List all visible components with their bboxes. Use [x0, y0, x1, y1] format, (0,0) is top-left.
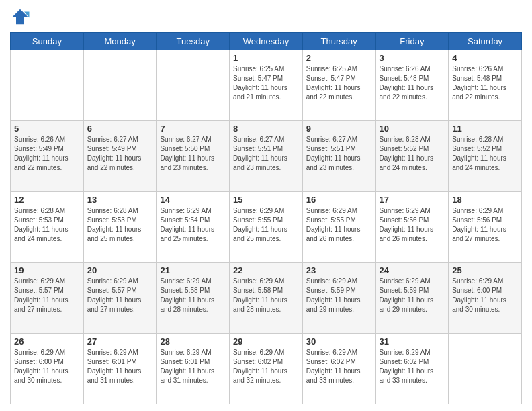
- day-number: 19: [14, 265, 80, 275]
- calendar-cell: 4Sunrise: 6:26 AM Sunset: 5:48 PM Daylig…: [449, 50, 522, 121]
- calendar-week-row: 12Sunrise: 6:28 AM Sunset: 5:53 PM Dayli…: [11, 191, 522, 262]
- day-info: Sunrise: 6:29 AM Sunset: 5:56 PM Dayligh…: [452, 206, 518, 244]
- day-info: Sunrise: 6:25 AM Sunset: 5:47 PM Dayligh…: [233, 64, 299, 102]
- day-info: Sunrise: 6:29 AM Sunset: 5:55 PM Dayligh…: [306, 206, 372, 244]
- day-number: 10: [380, 124, 445, 134]
- svg-marker-0: [13, 9, 28, 25]
- day-number: 2: [306, 53, 372, 63]
- day-info: Sunrise: 6:29 AM Sunset: 5:57 PM Dayligh…: [87, 277, 153, 314]
- calendar-cell: 31Sunrise: 6:29 AM Sunset: 6:02 PM Dayli…: [375, 333, 449, 404]
- weekday-header-thursday: Thursday: [302, 33, 375, 50]
- day-info: Sunrise: 6:29 AM Sunset: 5:57 PM Dayligh…: [14, 277, 80, 314]
- day-number: 8: [233, 124, 299, 134]
- day-number: 6: [87, 124, 153, 134]
- calendar-cell: 8Sunrise: 6:27 AM Sunset: 5:51 PM Daylig…: [230, 121, 303, 191]
- day-number: 22: [233, 265, 299, 275]
- calendar-week-row: 19Sunrise: 6:29 AM Sunset: 5:57 PM Dayli…: [11, 263, 522, 333]
- calendar-week-row: 26Sunrise: 6:29 AM Sunset: 6:00 PM Dayli…: [11, 333, 522, 404]
- calendar-cell: 30Sunrise: 6:29 AM Sunset: 6:02 PM Dayli…: [302, 333, 375, 404]
- day-info: Sunrise: 6:27 AM Sunset: 5:49 PM Dayligh…: [87, 135, 153, 173]
- calendar-table: SundayMondayTuesdayWednesdayThursdayFrid…: [10, 32, 522, 404]
- day-info: Sunrise: 6:29 AM Sunset: 6:02 PM Dayligh…: [233, 348, 299, 385]
- weekday-header-row: SundayMondayTuesdayWednesdayThursdayFrid…: [11, 33, 522, 50]
- day-info: Sunrise: 6:28 AM Sunset: 5:52 PM Dayligh…: [452, 135, 518, 173]
- calendar-cell: 25Sunrise: 6:29 AM Sunset: 6:00 PM Dayli…: [449, 263, 522, 333]
- day-number: 25: [452, 265, 518, 275]
- day-number: 18: [452, 195, 518, 205]
- calendar-cell: 18Sunrise: 6:29 AM Sunset: 5:56 PM Dayli…: [449, 191, 522, 262]
- calendar-cell: 14Sunrise: 6:29 AM Sunset: 5:54 PM Dayli…: [157, 191, 230, 262]
- calendar-cell: 2Sunrise: 6:25 AM Sunset: 5:47 PM Daylig…: [302, 50, 375, 121]
- weekday-header-saturday: Saturday: [449, 33, 522, 50]
- day-number: 28: [160, 336, 226, 347]
- calendar-cell: 28Sunrise: 6:29 AM Sunset: 6:01 PM Dayli…: [157, 333, 230, 404]
- day-info: Sunrise: 6:29 AM Sunset: 6:00 PM Dayligh…: [452, 277, 518, 314]
- day-number: 5: [14, 124, 80, 134]
- day-number: 9: [306, 124, 372, 134]
- day-info: Sunrise: 6:26 AM Sunset: 5:49 PM Dayligh…: [14, 135, 80, 173]
- day-info: Sunrise: 6:27 AM Sunset: 5:51 PM Dayligh…: [233, 135, 299, 173]
- calendar-cell: 23Sunrise: 6:29 AM Sunset: 5:59 PM Dayli…: [302, 263, 375, 333]
- calendar-week-row: 1Sunrise: 6:25 AM Sunset: 5:47 PM Daylig…: [11, 50, 522, 121]
- day-info: Sunrise: 6:29 AM Sunset: 6:01 PM Dayligh…: [160, 348, 226, 385]
- calendar-cell: 24Sunrise: 6:29 AM Sunset: 5:59 PM Dayli…: [375, 263, 449, 333]
- calendar-cell: 12Sunrise: 6:28 AM Sunset: 5:53 PM Dayli…: [11, 191, 84, 262]
- day-number: 30: [306, 336, 372, 347]
- day-number: 1: [233, 53, 299, 63]
- calendar-cell: 13Sunrise: 6:28 AM Sunset: 5:53 PM Dayli…: [83, 191, 157, 262]
- calendar-cell: 19Sunrise: 6:29 AM Sunset: 5:57 PM Dayli…: [11, 263, 84, 333]
- day-info: Sunrise: 6:29 AM Sunset: 6:00 PM Dayligh…: [14, 348, 80, 385]
- day-number: 24: [380, 265, 445, 275]
- day-info: Sunrise: 6:29 AM Sunset: 5:56 PM Dayligh…: [380, 206, 445, 244]
- calendar-cell: [11, 50, 84, 121]
- day-number: 16: [306, 195, 372, 205]
- calendar-cell: 1Sunrise: 6:25 AM Sunset: 5:47 PM Daylig…: [230, 50, 303, 121]
- day-number: 15: [233, 195, 299, 205]
- day-info: Sunrise: 6:29 AM Sunset: 5:59 PM Dayligh…: [380, 277, 445, 314]
- weekday-header-tuesday: Tuesday: [157, 33, 230, 50]
- day-info: Sunrise: 6:29 AM Sunset: 5:55 PM Dayligh…: [233, 206, 299, 244]
- calendar-cell: 9Sunrise: 6:27 AM Sunset: 5:51 PM Daylig…: [302, 121, 375, 191]
- day-number: 3: [380, 53, 445, 63]
- calendar-cell: [83, 50, 157, 121]
- calendar-cell: 21Sunrise: 6:29 AM Sunset: 5:58 PM Dayli…: [157, 263, 230, 333]
- calendar-cell: 22Sunrise: 6:29 AM Sunset: 5:58 PM Dayli…: [230, 263, 303, 333]
- calendar-cell: 6Sunrise: 6:27 AM Sunset: 5:49 PM Daylig…: [83, 121, 157, 191]
- calendar-page: SundayMondayTuesdayWednesdayThursdayFrid…: [0, 0, 532, 411]
- page-header: [10, 7, 522, 27]
- calendar-cell: [449, 333, 522, 404]
- calendar-cell: 17Sunrise: 6:29 AM Sunset: 5:56 PM Dayli…: [375, 191, 449, 262]
- day-number: 12: [14, 195, 80, 205]
- day-number: 27: [87, 336, 153, 347]
- day-info: Sunrise: 6:27 AM Sunset: 5:51 PM Dayligh…: [306, 135, 372, 173]
- day-number: 13: [87, 195, 153, 205]
- day-info: Sunrise: 6:28 AM Sunset: 5:53 PM Dayligh…: [14, 206, 80, 244]
- day-number: 17: [380, 195, 445, 205]
- calendar-week-row: 5Sunrise: 6:26 AM Sunset: 5:49 PM Daylig…: [11, 121, 522, 191]
- day-number: 14: [160, 195, 226, 205]
- calendar-cell: 5Sunrise: 6:26 AM Sunset: 5:49 PM Daylig…: [11, 121, 84, 191]
- day-number: 29: [233, 336, 299, 347]
- day-info: Sunrise: 6:25 AM Sunset: 5:47 PM Dayligh…: [306, 64, 372, 102]
- day-number: 21: [160, 265, 226, 275]
- day-info: Sunrise: 6:28 AM Sunset: 5:53 PM Dayligh…: [87, 206, 153, 244]
- calendar-cell: 26Sunrise: 6:29 AM Sunset: 6:00 PM Dayli…: [11, 333, 84, 404]
- day-number: 20: [87, 265, 153, 275]
- day-info: Sunrise: 6:29 AM Sunset: 5:54 PM Dayligh…: [160, 206, 226, 244]
- day-info: Sunrise: 6:29 AM Sunset: 5:58 PM Dayligh…: [160, 277, 226, 314]
- day-info: Sunrise: 6:29 AM Sunset: 5:59 PM Dayligh…: [306, 277, 372, 314]
- calendar-cell: 11Sunrise: 6:28 AM Sunset: 5:52 PM Dayli…: [449, 121, 522, 191]
- weekday-header-wednesday: Wednesday: [230, 33, 303, 50]
- day-info: Sunrise: 6:26 AM Sunset: 5:48 PM Dayligh…: [452, 64, 518, 102]
- day-info: Sunrise: 6:29 AM Sunset: 6:02 PM Dayligh…: [380, 348, 445, 385]
- day-number: 11: [452, 124, 518, 134]
- calendar-cell: 27Sunrise: 6:29 AM Sunset: 6:01 PM Dayli…: [83, 333, 157, 404]
- day-info: Sunrise: 6:29 AM Sunset: 6:02 PM Dayligh…: [306, 348, 372, 385]
- day-info: Sunrise: 6:28 AM Sunset: 5:52 PM Dayligh…: [380, 135, 445, 173]
- calendar-cell: 3Sunrise: 6:26 AM Sunset: 5:48 PM Daylig…: [375, 50, 449, 121]
- calendar-cell: 15Sunrise: 6:29 AM Sunset: 5:55 PM Dayli…: [230, 191, 303, 262]
- day-number: 4: [452, 53, 518, 63]
- weekday-header-monday: Monday: [83, 33, 157, 50]
- weekday-header-sunday: Sunday: [11, 33, 84, 50]
- calendar-cell: 20Sunrise: 6:29 AM Sunset: 5:57 PM Dayli…: [83, 263, 157, 333]
